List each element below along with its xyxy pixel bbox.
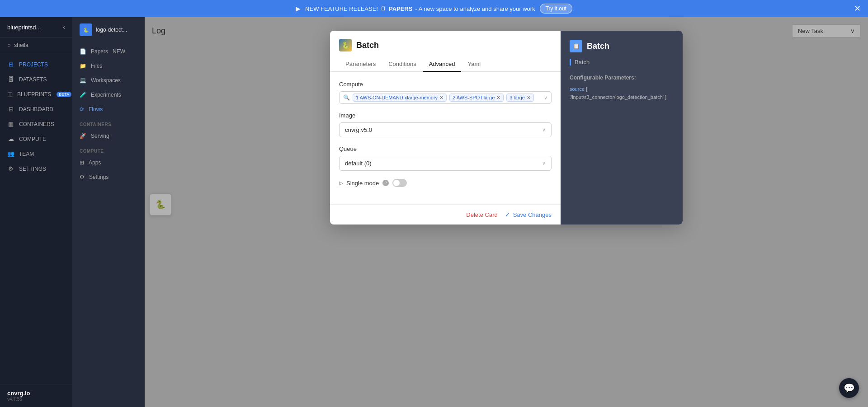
compute-chevron-icon[interactable]: ∨ — [544, 95, 547, 101]
serving-icon: 🚀 — [80, 133, 86, 139]
chat-button[interactable]: 💬 — [839, 378, 859, 398]
check-icon: ✓ — [505, 211, 510, 218]
source-key: source — [570, 86, 585, 92]
papers-icon: 📄 — [80, 48, 86, 55]
image-select[interactable]: cnvrg:v5.0 ∨ — [339, 122, 552, 137]
queue-field-group: Queue default (0) ∨ — [339, 145, 552, 171]
sub-nav-label: Experiments — [91, 92, 121, 98]
queue-value: default (0) — [345, 160, 372, 167]
notif-prefix: NEW FEATURE RELEASE! — [305, 5, 378, 12]
sub-nav-header: 🐍 logo-detect... — [72, 17, 145, 41]
source-value-text: [ '/input/s3_connector/logo_detection_ba… — [570, 86, 666, 100]
sub-nav-settings[interactable]: ⚙ Settings — [72, 170, 145, 184]
compute-field-group: Compute 🔍 1 AWS-ON-DEMAND.xlarge-memory … — [339, 81, 552, 104]
sub-nav-files[interactable]: 📁 Files — [72, 59, 145, 73]
queue-select[interactable]: default (0) ∨ — [339, 156, 552, 171]
dialog-header: 🐍 Batch — [330, 31, 561, 51]
sidebar-footer: cnvrg.io v4.7.56 — [0, 384, 72, 407]
tag-remove-1[interactable]: ✕ — [439, 95, 443, 100]
sub-nav-label: Flows — [89, 106, 103, 112]
settings-icon: ⚙ — [7, 165, 14, 172]
sidebar-item-label: DATASETS — [19, 76, 47, 83]
experiments-icon: 🧪 — [80, 92, 86, 98]
papers-label: PAPERS — [389, 5, 413, 12]
version-label: v4.7.56 — [7, 397, 65, 402]
sidebar-item-datasets[interactable]: 🗄 DATASETS — [0, 72, 72, 87]
compute-tag-1: 1 AWS-ON-DEMAND.xlarge-memory ✕ — [353, 94, 447, 102]
sidebar-header: blueprintsd... ‹ — [0, 17, 72, 37]
team-icon: 👥 — [7, 150, 14, 157]
sub-nav-flows[interactable]: ⟳ Flows — [72, 102, 145, 117]
compute-input[interactable]: 🔍 1 AWS-ON-DEMAND.xlarge-memory ✕ 2 AWS-… — [339, 91, 552, 104]
section-compute: COMPUTE — [72, 143, 145, 155]
compute-icon: ☁ — [7, 136, 14, 142]
search-icon: 🔍 — [343, 94, 350, 101]
single-mode-toggle[interactable] — [392, 179, 407, 187]
python-icon: 🐍 — [339, 39, 352, 51]
flows-icon: ⟳ — [80, 106, 84, 112]
sub-nav-label: Workspaces — [91, 77, 121, 84]
sidebar-item-dashboard[interactable]: ⊟ DASHBOARD — [0, 102, 72, 117]
tag-remove-3[interactable]: ✕ — [527, 95, 531, 100]
project-logo: 🐍 — [80, 23, 92, 36]
sub-nav-serving[interactable]: 🚀 Serving — [72, 129, 145, 143]
user-icon: ○ — [7, 42, 10, 48]
sidebar-item-containers[interactable]: ▦ CONTAINERS — [0, 117, 72, 131]
try-it-out-button[interactable]: Try it out — [540, 4, 572, 14]
tab-yaml[interactable]: Yaml — [461, 57, 487, 72]
sub-nav-apps[interactable]: ⊞ Apps — [72, 155, 145, 170]
sub-nav-workspaces[interactable]: 💻 Workspaces — [72, 73, 145, 88]
tag-remove-2[interactable]: ✕ — [496, 95, 500, 100]
dialog-footer: Delete Card ✓ Save Changes — [330, 204, 561, 225]
sub-nav-items: 📄 Papers NEW 📁 Files 💻 Workspaces 🧪 Expe… — [72, 41, 145, 188]
tab-advanced[interactable]: Advanced — [423, 57, 462, 72]
sidebar-item-projects[interactable]: ⊞ PROJECTS — [0, 57, 72, 72]
queue-label: Queue — [339, 145, 552, 152]
containers-icon: ▦ — [7, 121, 14, 127]
notification-bar: ▶ NEW FEATURE RELEASE! 🗒 PAPERS - A new … — [0, 0, 868, 17]
tag-label: 3 large — [509, 95, 525, 100]
right-title-text: Batch — [587, 42, 609, 51]
delete-card-button[interactable]: Delete Card — [466, 211, 497, 218]
brand-name: cnvrg.io — [7, 390, 65, 397]
sidebar-item-label: CONTAINERS — [19, 121, 54, 127]
settings-icon: ⚙ — [80, 174, 85, 180]
sub-nav-label: Papers — [91, 48, 108, 55]
batch-dialog: 🐍 Batch Parameters Conditions Advanced Y… — [330, 31, 683, 225]
tab-conditions[interactable]: Conditions — [382, 57, 422, 72]
right-panel-title: 📋 Batch — [570, 40, 674, 52]
sidebar-item-blueprints[interactable]: ◫ BLUEPRINTS BETA — [0, 87, 72, 102]
username: sheila — [14, 42, 28, 48]
dialog-right-panel: 📋 Batch Batch Configurable Parameters: s… — [561, 31, 683, 225]
main-sidebar: blueprintsd... ‹ ○ sheila ⊞ PROJECTS 🗄 D… — [0, 17, 72, 407]
projects-icon: ⊞ — [7, 61, 14, 68]
config-param-source: source [ '/input/s3_connector/logo_detec… — [570, 85, 674, 101]
config-params-title: Configurable Parameters: — [570, 75, 674, 81]
notif-suffix: - A new space to analyze and share your … — [415, 5, 535, 12]
datasets-icon: 🗄 — [7, 76, 14, 83]
play-icon: ▶ — [296, 5, 301, 12]
sidebar-item-label: COMPUTE — [19, 136, 46, 142]
single-mode-label: Single mode — [346, 180, 379, 187]
chat-icon: 💬 — [844, 383, 855, 393]
notif-close-button[interactable]: ✕ — [854, 5, 861, 13]
sub-nav-papers[interactable]: 📄 Papers NEW — [72, 44, 145, 59]
workspaces-icon: 💻 — [80, 77, 86, 84]
tag-label: 2 AWS-SPOT.large — [453, 95, 495, 100]
sidebar-item-team[interactable]: 👥 TEAM — [0, 146, 72, 161]
single-mode-group: ▷ Single mode ? — [339, 179, 552, 187]
section-containers: CONTAINERS — [72, 117, 145, 129]
dialog-left-panel: 🐍 Batch Parameters Conditions Advanced Y… — [330, 31, 561, 225]
sub-nav-label: Settings — [89, 174, 108, 180]
sidebar-item-compute[interactable]: ☁ COMPUTE — [0, 131, 72, 146]
batch-subtitle: Batch — [570, 59, 674, 65]
app-name: blueprintsd... — [7, 24, 41, 31]
sidebar-item-settings[interactable]: ⚙ SETTINGS — [0, 161, 72, 176]
collapse-icon[interactable]: ‹ — [63, 23, 65, 31]
info-icon[interactable]: ? — [382, 180, 389, 186]
tab-parameters[interactable]: Parameters — [339, 57, 382, 72]
save-changes-button[interactable]: ✓ Save Changes — [505, 211, 552, 218]
compute-tag-2: 2 AWS-SPOT.large ✕ — [449, 94, 504, 102]
sub-nav-experiments[interactable]: 🧪 Experiments — [72, 88, 145, 102]
sidebar-item-label: TEAM — [19, 151, 34, 157]
